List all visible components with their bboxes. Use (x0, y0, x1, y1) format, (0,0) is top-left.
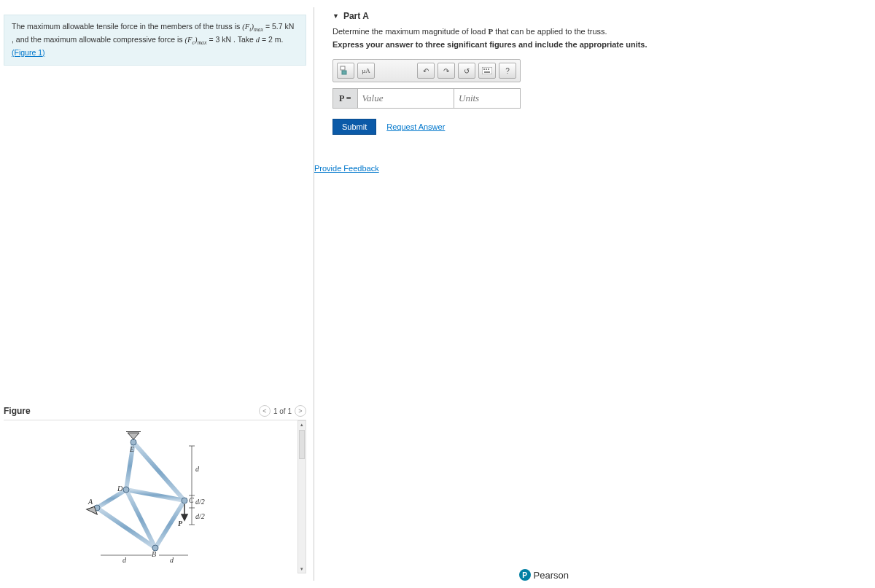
dim-d-bottom1: d (122, 556, 127, 562)
value-input[interactable] (358, 89, 454, 108)
figure-link[interactable]: (Figure 1) (12, 48, 45, 57)
ft-value: = 5.7 kN (265, 22, 294, 31)
problem-text: . Take (233, 35, 256, 44)
footer-text: Pearson (534, 570, 569, 581)
svg-rect-30 (486, 68, 487, 70)
figure-page-indicator: 1 of 1 (273, 407, 292, 415)
keyboard-button[interactable] (478, 63, 496, 79)
answer-toolbar: µA ↶ ↷ ↺ ? (332, 59, 521, 82)
units-input[interactable] (454, 89, 520, 108)
svg-marker-12 (128, 433, 139, 439)
svg-point-10 (182, 498, 187, 503)
label-P: P (178, 520, 183, 528)
redo-button[interactable]: ↷ (438, 63, 455, 79)
svg-rect-31 (488, 68, 489, 70)
problem-statement: The maximum allowable tensile force in t… (4, 15, 306, 66)
part-format-hint: Express your answer to three significant… (332, 40, 853, 49)
label-B: B (152, 550, 156, 558)
figure-next-button[interactable]: > (295, 405, 306, 417)
d-value: = 2 m. (262, 35, 283, 44)
help-button[interactable]: ? (499, 63, 516, 79)
figure-pager: < 1 of 1 > (259, 405, 306, 417)
d-var: d (256, 36, 260, 44)
units-button[interactable]: µA (357, 63, 375, 79)
svg-rect-26 (341, 66, 345, 70)
answer-input-row: P = (332, 88, 521, 109)
fc-value: = 3 kN (209, 35, 231, 44)
part-title: Part A (343, 11, 369, 21)
svg-rect-29 (483, 68, 485, 70)
svg-rect-32 (484, 71, 490, 73)
reset-button[interactable]: ↺ (458, 63, 475, 79)
dim-d: d (195, 465, 200, 473)
svg-rect-28 (482, 67, 492, 74)
request-answer-link[interactable]: Request Answer (386, 122, 445, 131)
label-C: C (189, 496, 194, 504)
figure-panel: Figure < 1 of 1 > (4, 402, 306, 573)
problem-text: The maximum allowable tensile force in t… (12, 22, 242, 31)
svg-rect-27 (342, 71, 346, 74)
svg-point-7 (131, 439, 136, 445)
label-E: E (129, 445, 134, 453)
svg-marker-16 (182, 514, 187, 520)
pearson-logo-icon: P (519, 569, 531, 581)
submit-button[interactable]: Submit (332, 119, 376, 135)
label-A: A (88, 498, 93, 506)
dim-d2b: d/2 (195, 512, 205, 520)
templates-button[interactable] (337, 63, 354, 79)
figure-scrollbar[interactable]: ▴ ▾ (298, 420, 306, 573)
svg-point-8 (123, 487, 129, 493)
provide-feedback-link[interactable]: Provide Feedback (314, 164, 379, 173)
dim-d-bottom2: d (170, 556, 174, 562)
figure-prev-button[interactable]: < (259, 405, 271, 417)
fc-var: (Fc)max (185, 36, 207, 44)
truss-figure: E D A B C P d d/2 d/2 d d (75, 431, 236, 562)
problem-text: , and the maximum allowable compressive … (12, 35, 185, 44)
undo-button[interactable]: ↶ (417, 63, 435, 79)
part-instruction: Determine the maximum magnitude of load … (332, 27, 853, 36)
label-D: D (117, 485, 123, 493)
answer-variable-label: P = (333, 89, 358, 108)
figure-title: Figure (4, 406, 31, 416)
ft-var: (Ft)max (242, 23, 263, 31)
caret-down-icon: ▼ (332, 12, 339, 20)
part-a-header[interactable]: ▼ Part A (332, 11, 853, 27)
footer-brand: P Pearson (519, 569, 569, 581)
dim-d2: d/2 (195, 498, 205, 506)
